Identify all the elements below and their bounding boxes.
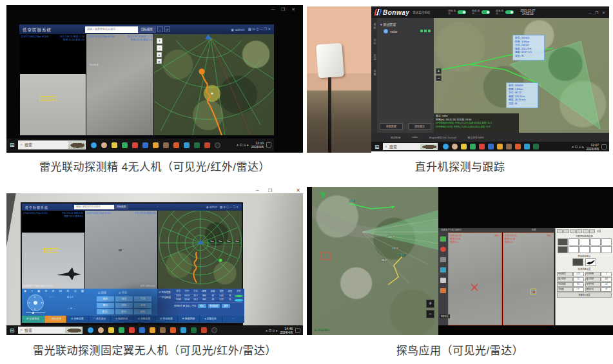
tab-device-link[interactable]: 🗗 设备联动 xyxy=(22,316,44,323)
user-badge[interactable]: ◉ admin xyxy=(206,206,217,209)
edge-icon[interactable] xyxy=(443,144,449,149)
fetch-data-button[interactable]: 获取数据 xyxy=(380,123,403,129)
bird-camera-left[interactable]: 方位:131.25俯仰:12.08变倍:1.0 REC 触发设置 xyxy=(448,233,502,325)
map-layers-button[interactable]: ⊞ xyxy=(157,52,162,57)
playback-label[interactable]: 回放 xyxy=(532,228,536,233)
grid-cell[interactable] xyxy=(590,238,601,245)
notification-icon[interactable] xyxy=(266,142,271,148)
app-icon[interactable] xyxy=(108,327,114,333)
app-icon[interactable] xyxy=(488,144,494,149)
panel-button[interactable] xyxy=(576,229,582,233)
toggle-switch[interactable] xyxy=(505,10,514,14)
app-icon[interactable] xyxy=(461,144,467,149)
notification-icon[interactable] xyxy=(601,144,607,149)
tree-node-radar[interactable]: radar xyxy=(384,29,398,34)
video-source-label[interactable]: 视频源 PY-AI-CAM01 xyxy=(441,228,462,233)
app-icon[interactable] xyxy=(160,327,166,333)
app-icon[interactable] xyxy=(170,327,176,333)
field-value[interactable]: 12 xyxy=(573,277,584,282)
side-tab[interactable]: 区域 xyxy=(373,54,376,61)
grid-cell[interactable] xyxy=(579,238,590,245)
app-icon[interactable] xyxy=(191,327,197,333)
cancel-track-button[interactable]: 取消航迹 xyxy=(208,304,220,308)
status-item[interactable]: radar xyxy=(412,136,418,139)
field-value[interactable]: 0.25 xyxy=(573,272,584,276)
app-icon[interactable] xyxy=(184,142,190,148)
edge-icon[interactable] xyxy=(91,142,97,148)
q3-window-controls[interactable]: ─ ❐ xyxy=(256,188,276,193)
tree-group[interactable]: ▾ 测试区域 xyxy=(380,22,396,26)
tab-target-info[interactable]: ◎ 目标信息 xyxy=(44,316,67,323)
app-icon[interactable] xyxy=(122,142,128,148)
toggle-switch[interactable] xyxy=(482,10,490,14)
search-button[interactable]: 目标搜索 xyxy=(114,205,128,209)
q1-window-controls[interactable]: ─ ❐ ✕ xyxy=(271,7,298,12)
map-zoom-in[interactable]: + xyxy=(436,68,442,74)
taskbar-clock[interactable]: 12:102024/4/6 xyxy=(251,141,264,149)
grid-cell[interactable] xyxy=(579,246,590,253)
minimize-icon[interactable]: ─ xyxy=(271,7,277,12)
app-icon[interactable] xyxy=(129,327,135,333)
app-icon[interactable] xyxy=(153,142,159,148)
node-action-icons[interactable] xyxy=(420,30,431,32)
display-icon[interactable] xyxy=(440,278,446,283)
app-icon[interactable] xyxy=(112,142,117,148)
bonway-window-controls[interactable]: ─ ❐ ✕ xyxy=(589,10,609,15)
panel-button[interactable] xyxy=(570,229,576,233)
radar-satellite-map[interactable]: 批号: 509302距离: 3.99km方位: 144.32° 高度: 200.… xyxy=(434,18,609,133)
field-value[interactable]: 400 xyxy=(601,277,612,282)
taskbar-clock[interactable]: 14:462024/4/6 xyxy=(280,327,293,334)
maximize-icon[interactable]: ❐ xyxy=(281,7,287,12)
minimize-icon[interactable]: ─ xyxy=(589,11,592,15)
target-search[interactable]: 请输入需要搜索的关键词 目标搜索 xyxy=(74,205,128,209)
app-icon[interactable] xyxy=(497,144,503,149)
app-icon[interactable] xyxy=(479,144,485,149)
table-row[interactable]: 524814:4624.2864461.37鸟 xyxy=(174,298,243,303)
tool-icon-strip[interactable] xyxy=(438,233,448,325)
close-icon[interactable]: ✕ xyxy=(602,11,607,15)
side-tab-strip[interactable]: 系统 目标 区域 设备 xyxy=(371,18,377,133)
ptz-joystick[interactable]: ▴ ▾ ◂ ▸ xyxy=(27,294,44,311)
reset-defaults-button[interactable]: 恢复默认设置 xyxy=(557,292,612,298)
grid-cell[interactable] xyxy=(590,246,601,253)
side-tab[interactable]: 系统 xyxy=(373,23,376,30)
panel-button[interactable] xyxy=(583,229,589,233)
map-zoom-out[interactable]: − xyxy=(436,75,442,81)
app-icon[interactable] xyxy=(524,144,530,149)
windows-taskbar[interactable]: ⊞ ⌕ 搜索 ∧ ⊡ ⊙ ♦ 12:072024/4/6 xyxy=(371,142,609,151)
windows-taskbar[interactable]: ⊞ ⌕ 搜索 ∧ ⊡ ⊙ ♦ 12:102024/4/6 xyxy=(6,139,274,151)
refresh-icon[interactable]: ⟳ xyxy=(164,26,170,32)
field-value[interactable]: 10 xyxy=(601,282,612,287)
side-tab[interactable]: 设备 xyxy=(373,70,376,76)
map-mode-button[interactable]: ▤ xyxy=(157,59,162,64)
layout-icons[interactable]: ▦ ⧉ ⓘ ─ ❐ ✕ xyxy=(220,206,238,209)
system-tray[interactable]: ∧ ⊡ ⊙ ♦ xyxy=(572,145,584,149)
status-item[interactable]: 测试区域 xyxy=(391,136,400,139)
app-icon[interactable] xyxy=(180,327,186,333)
system-tray[interactable]: ∧ ⊡ ⊙ ♦ xyxy=(237,143,249,147)
media-player-icon[interactable] xyxy=(533,144,539,149)
layout-icons[interactable]: ▦ ⧉ ⓘ ─ ❐ ✕ xyxy=(248,27,271,32)
media-player-icon[interactable] xyxy=(215,142,220,148)
app-icon[interactable] xyxy=(163,142,169,148)
detection-grid[interactable] xyxy=(557,238,612,253)
field-value[interactable]: 8.5 xyxy=(573,282,584,287)
taskbar-search[interactable]: ⌕ 搜索 xyxy=(18,327,83,334)
clear-button[interactable]: 清空 xyxy=(222,304,229,308)
app-icon[interactable] xyxy=(515,144,521,149)
search-icon[interactable]: ⌕ xyxy=(157,26,163,32)
close-icon[interactable]: ✕ xyxy=(291,7,298,12)
start-button[interactable]: ⊞ xyxy=(10,142,15,148)
app-icon[interactable] xyxy=(201,327,207,333)
app-icon[interactable] xyxy=(142,142,148,148)
infrared-camera-panel[interactable]: [1280*1024] 25fps H.264 方位:248.13 俯仰:-2.… xyxy=(86,34,153,135)
confirm-button[interactable]: 确认 xyxy=(198,304,206,308)
grid-cell[interactable] xyxy=(601,246,612,253)
toggle-switch[interactable] xyxy=(458,10,466,14)
rotate-controls[interactable]: ← ⟳ → xyxy=(67,307,76,311)
infrared-camera-panel[interactable]: [1280*1024] 25fps H.264 方位:195.42 俯仰:6.3… xyxy=(85,211,157,289)
taskbar-apps[interactable] xyxy=(443,144,539,149)
panel-button-row[interactable]: 设置 xyxy=(557,229,612,233)
camera-icon[interactable] xyxy=(440,236,446,242)
field-value[interactable]: 开 xyxy=(601,287,612,292)
